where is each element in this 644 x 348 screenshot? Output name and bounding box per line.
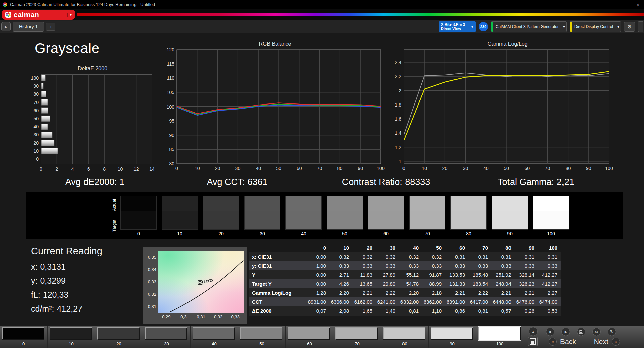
play-button[interactable]: ▶	[561, 328, 570, 336]
svg-text:50: 50	[504, 166, 509, 171]
test-patch-30[interactable]: 30	[143, 326, 191, 348]
patch-label: 100	[476, 341, 524, 346]
deltae-bar-chart: 024681012141009080706050403020100	[29, 74, 156, 172]
stat-label: Contrast Ratio:	[342, 177, 402, 187]
reading-y: y:0,3299	[31, 276, 102, 286]
back-button[interactable]: «	[549, 338, 557, 346]
next-button[interactable]: »	[612, 338, 620, 346]
test-patch-40[interactable]: 40	[191, 326, 238, 348]
rgb-balance-chart: 1201151101051009590858001020304050607080…	[164, 48, 386, 175]
svg-text:110: 110	[167, 75, 175, 81]
svg-text:120: 120	[167, 48, 175, 52]
link-button[interactable]: ∞	[592, 328, 601, 336]
svg-text:100: 100	[605, 166, 613, 171]
grayscale-swatch-100	[533, 196, 569, 230]
svg-text:10: 10	[422, 166, 427, 171]
stop-button[interactable]: ■	[546, 328, 554, 336]
refresh-button[interactable]: ↻	[608, 328, 616, 336]
minimize-button[interactable]	[608, 0, 620, 9]
swatch-level-label: 70	[409, 231, 445, 236]
cie-x-tick: 0,33	[229, 314, 242, 319]
tab-history-1[interactable]: History 1	[13, 22, 44, 32]
chevron-down-icon: ▾	[616, 25, 621, 29]
patch-swatch	[288, 327, 330, 340]
svg-text:14: 14	[149, 166, 155, 172]
svg-text:70: 70	[33, 100, 39, 105]
svg-text:50: 50	[276, 166, 281, 171]
svg-text:2: 2	[399, 88, 401, 93]
svg-text:20: 20	[215, 166, 220, 171]
test-patch-70[interactable]: 70	[333, 326, 381, 348]
patch-label: 10	[48, 341, 95, 346]
table-row: y: CIE311,000,330,330,330,330,330,330,33…	[249, 261, 561, 270]
back-label[interactable]: Back	[560, 338, 576, 346]
test-patch-10[interactable]: 10	[48, 326, 95, 348]
transport-controls: ▲ ■ ▶ ∞ ↻ « Back Next »	[524, 326, 644, 348]
stat-label: Avg CCT:	[207, 177, 245, 187]
add-tab-button[interactable]: +	[46, 23, 55, 31]
svg-text:80: 80	[33, 91, 39, 97]
patch-swatch	[335, 327, 378, 340]
svg-text:80: 80	[566, 166, 571, 171]
svg-text:2: 2	[55, 166, 58, 172]
svg-text:6: 6	[87, 166, 90, 172]
layout-icon	[530, 338, 536, 345]
collapse-panel-button[interactable]: ▲	[529, 327, 538, 336]
patch-row: 0102030405060708090100	[0, 326, 524, 348]
next-label[interactable]: Next	[594, 338, 608, 346]
test-patch-80[interactable]: 80	[381, 326, 429, 348]
patch-label: 80	[381, 341, 428, 346]
test-patch-60[interactable]: 60	[286, 326, 333, 348]
test-patch-20[interactable]: 20	[95, 326, 143, 348]
cie-points-overlay	[158, 251, 244, 313]
test-patch-50[interactable]: 50	[238, 326, 286, 348]
svg-text:0: 0	[175, 166, 178, 171]
svg-text:40: 40	[483, 166, 489, 171]
grayscale-swatch-90	[492, 196, 528, 230]
grayscale-swatch-50	[327, 196, 363, 230]
test-patch-100[interactable]: 100	[476, 326, 524, 348]
minimize-icon	[612, 5, 616, 6]
collapse-icon: ▲	[532, 330, 535, 333]
svg-text:95: 95	[169, 118, 174, 124]
window-title: Calman 2023 Calman Ultimate for Business…	[10, 2, 155, 7]
play-icon: ▶	[5, 25, 7, 29]
patch-label: 50	[238, 341, 285, 346]
edge-panel-button[interactable]	[638, 21, 643, 32]
stop-icon: ■	[549, 330, 551, 334]
add-icon: +	[49, 24, 52, 29]
history-nav-button[interactable]: ▶	[1, 22, 11, 31]
close-button[interactable]: ×	[632, 0, 644, 9]
calman-menu-button[interactable]: calman ▾	[2, 10, 75, 20]
rgb-chart-title: RGB Balance	[164, 41, 386, 47]
grayscale-swatch-20	[203, 196, 239, 230]
next-chevron-icon: »	[614, 339, 617, 344]
stat-avg-cct: Avg CCT: 6361	[207, 177, 267, 187]
svg-text:60: 60	[524, 166, 530, 171]
svg-text:105: 105	[167, 90, 175, 95]
cie-y-tick: 0,35	[145, 255, 156, 260]
meter-dropdown[interactable]: X-Rite i1Pro 2 Direct View ▾	[439, 21, 476, 32]
test-patch-0[interactable]: 0	[0, 326, 48, 348]
link-icon: ∞	[595, 329, 598, 334]
stat-contrast-ratio: Contrast Ratio: 88333	[342, 177, 430, 187]
cie-y-tick: 0,32	[145, 292, 156, 297]
gamma-chart-title: Gamma Log/Log	[392, 41, 623, 47]
svg-text:0: 0	[402, 166, 405, 171]
settings-button[interactable]: ⚙	[624, 22, 635, 32]
test-patch-90[interactable]: 90	[429, 326, 476, 348]
tab-label: History 1	[19, 24, 38, 29]
maximize-button[interactable]	[620, 0, 632, 9]
save-button[interactable]	[577, 328, 585, 336]
svg-text:90: 90	[586, 166, 591, 171]
display-control-dropdown[interactable]: Direct Display Control ▾	[570, 21, 621, 32]
patch-swatch	[2, 327, 44, 340]
pattern-generator-dropdown[interactable]: CalMAN Client 3 Pattern Generator ▾	[491, 21, 567, 32]
chevron-down-icon: ▾	[561, 25, 566, 29]
refresh-icon: ↻	[610, 329, 614, 334]
cie-y-tick: 0,33	[145, 279, 156, 284]
stat-value: 2,21	[557, 177, 575, 187]
patch-swatch	[50, 327, 92, 340]
layout-toggle-button[interactable]	[528, 337, 538, 346]
grayscale-swatch-strip: Actual Target 0102030405060708090100	[26, 192, 623, 239]
